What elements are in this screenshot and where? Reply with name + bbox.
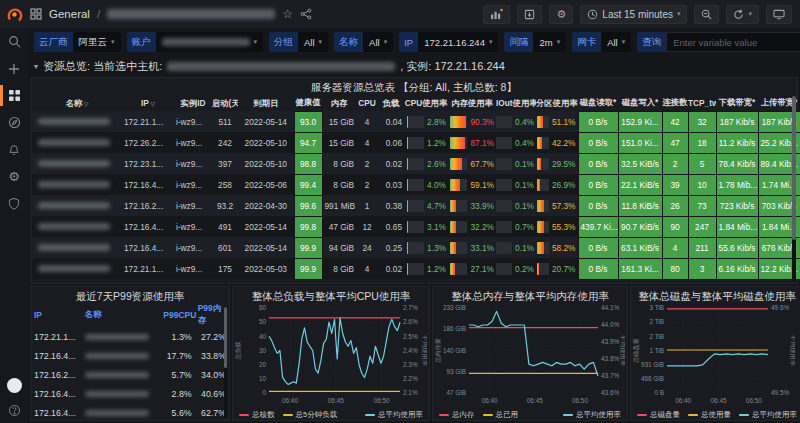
svg-text:49.5%: 49.5% [771,389,789,396]
table-row[interactable]: 172.16.2...i-wz9...93.22022-04-3099.6991… [32,195,800,216]
user-avatar[interactable] [7,378,22,393]
cell-tcp-tw: 5 [688,153,716,174]
p99-row[interactable]: 172.16.4...17.7%33.8% [31,346,229,365]
col-header-17[interactable]: 下载带宽* [716,95,758,111]
legend-item[interactable]: 总平均使用率 [365,410,423,420]
p99-scrollbar[interactable] [224,307,227,418]
table-row[interactable]: 172.16.4...i-wz9...4912022-05-1499.847 G… [32,216,800,237]
cell-name-redacted [32,132,122,153]
table-row[interactable]: 172.26.2...i-wz9...2422022-05-1094.715 G… [32,132,800,153]
p99-row[interactable]: 172.16.2...5.7%34.0% [31,365,229,384]
variable-value-dropdown[interactable]: ▾ [156,32,264,52]
save-dashboard-button[interactable] [517,5,542,24]
col-header-6[interactable]: 内存 [322,95,356,111]
variable-value-dropdown[interactable]: All▾ [601,32,631,52]
col-header-1[interactable]: IP ▽ [122,95,174,111]
dashboard-title-redacted[interactable] [107,9,275,19]
p99-col-name[interactable]: 名称 [82,303,161,327]
bell-icon [8,144,20,156]
gauge-cell: 67.7% [448,153,496,174]
sidebar-item-server-admin[interactable] [0,190,28,217]
col-header-11[interactable]: IOut使用率 [496,95,536,111]
cell-expire: 2022-05-14 [238,216,294,237]
sidebar-item-dashboards[interactable] [0,82,28,109]
p99-col-ip[interactable]: IP [31,303,82,327]
sidebar-item-create[interactable] [0,55,28,82]
col-header-8[interactable]: 负载 [378,95,404,111]
variable-3: 名称All▾ [334,32,393,52]
row-header-resource-overview[interactable]: ▾ 资源总览: 当前选中主机: , 实例: 172.21.16.244 [30,56,798,77]
legend-item[interactable]: 总5分钟负载 [283,410,338,420]
col-header-2[interactable]: 实例ID [174,95,212,111]
sidebar-item-help[interactable] [0,401,28,419]
panel-title[interactable]: 最近7天P99资源使用率 [31,287,229,303]
filter-icon[interactable]: ▽ [149,101,155,107]
svg-text:06:45: 06:45 [527,397,543,404]
breadcrumb-section[interactable]: General [49,8,90,20]
time-picker[interactable]: Last 15 minutes ▾ [580,5,687,24]
col-header-5[interactable]: 健康值 [294,95,322,111]
cell-cpu-count: 1 [356,195,378,216]
col-header-9[interactable]: CPU使用率 [404,95,448,111]
sidebar-item-explore[interactable] [0,109,28,136]
panel-title[interactable]: 整体总内存与整体平均内存使用率 [433,287,627,303]
svg-text:总磁盘量: 总磁盘量 [632,338,639,364]
star-icon[interactable]: ☆ [282,8,293,20]
col-header-3[interactable]: 启动(天) [212,95,238,111]
grafana-logo[interactable] [6,6,23,23]
chevron-down-icon: ▾ [384,38,388,46]
col-header-4[interactable]: 到期日 [238,95,294,111]
variable-value-dropdown[interactable]: 2m▾ [533,32,566,52]
filter-icon[interactable]: ▽ [82,101,88,107]
table-row[interactable]: 172.16.4...i-wz9...6012022-05-1499.994 G… [32,237,800,258]
variable-query-input[interactable] [666,32,800,52]
panel-title[interactable]: 整体总磁盘与整体平均磁盘使用率 [631,287,800,303]
legend-item[interactable]: 总磁盘量 [637,410,680,420]
col-header-16[interactable]: TCP_tw [688,95,716,111]
legend-item[interactable]: 总使用量 [688,410,731,420]
col-header-10[interactable]: 内存使用率 [448,95,496,111]
col-header-7[interactable]: CPU [356,95,378,111]
legend-item[interactable]: 总核数 [239,410,275,420]
variable-value-dropdown[interactable]: 阿里云▾ [73,32,121,52]
variable-label: 间隔 [504,32,533,52]
legend-item[interactable]: 总平均使用率 [563,410,621,420]
legend-item[interactable]: 总平均使用率 [739,410,797,420]
p99-row[interactable]: 172.21.1...1.3%27.2% [31,327,229,346]
p99-row[interactable]: 172.16.4...2.8%40.6% [31,384,229,403]
variable-value-dropdown[interactable]: All▾ [363,32,393,52]
p99-col-cpu[interactable]: P99CPU [160,303,194,327]
dashboard-settings-button[interactable]: ⚙ [549,5,573,24]
col-header-14[interactable]: 磁盘写入* [618,95,662,111]
col-header-13[interactable]: 磁盘读取* [578,95,618,111]
sidebar-item-alerting[interactable] [0,136,28,163]
table-row[interactable]: 172.21.1...i-wz9...1752022-05-0399.98 Gi… [32,258,800,279]
dashboards-grid-icon[interactable] [30,8,42,20]
sidebar-item-configuration[interactable]: ⚙ [0,163,28,190]
panel-title[interactable]: 服务器资源总览表 【分组: All, 主机总数: 8】 [31,78,797,94]
table-row[interactable]: 172.16.4...i-wz9...2582022-05-0699.48 Gi… [32,174,800,195]
add-panel-button[interactable] [483,5,510,24]
table-row[interactable]: 172.23.1...i-wz9...3972022-05-1098.88 Gi… [32,153,800,174]
refresh-button[interactable]: ▾ [726,5,759,24]
panel-title[interactable]: 整体总负载与整体平均CPU使用率 [233,287,429,303]
variable-value-dropdown[interactable]: All▾ [298,32,328,52]
col-header-12[interactable]: 分区使用率* [536,95,578,111]
table-scrollbar[interactable] [792,96,796,281]
svg-text:44.0%: 44.0% [601,321,619,328]
cell-tcp-tw: 247 [688,216,716,237]
svg-text:平均使用率: 平均使用率 [789,334,795,367]
dashboard-area: ▾ 资源总览: 当前选中主机: , 实例: 172.21.16.244 服务器资… [28,56,800,423]
col-header-15[interactable]: 连接数 [662,95,688,111]
legend-item[interactable]: 总内存 [439,410,475,420]
row-title-prefix: 资源总览: 当前选中主机: [43,59,162,74]
share-icon[interactable] [300,8,312,20]
p99-row[interactable]: 172.16.4...5.6%62.7% [31,403,229,422]
col-header-0[interactable]: 名称 ▽ [32,95,122,111]
legend-item[interactable]: 总已用 [483,410,519,420]
variable-value-dropdown[interactable]: 172.21.16.244▾ [418,32,498,52]
sidebar-item-search[interactable] [0,28,28,55]
table-row[interactable]: 172.21.1...i-wz9...5112022-05-1493.015 G… [32,111,800,132]
cycle-view-button[interactable] [766,5,792,24]
zoom-out-button[interactable] [694,5,719,24]
